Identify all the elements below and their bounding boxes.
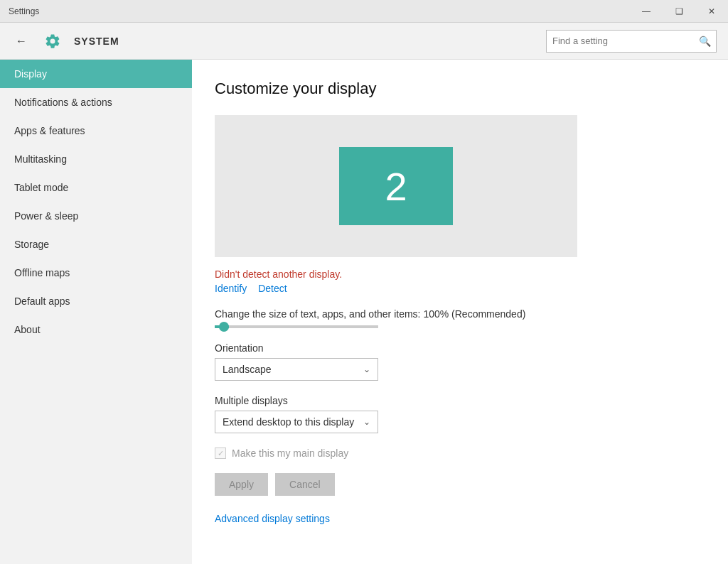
system-gear-icon [43, 31, 63, 51]
titlebar-controls: — ❑ ✕ [630, 0, 728, 23]
identify-button[interactable]: Identify [215, 283, 247, 294]
detect-button[interactable]: Detect [258, 283, 287, 294]
page-title: Customize your display [215, 80, 705, 98]
scale-slider[interactable] [215, 325, 378, 328]
close-button[interactable]: ✕ [695, 0, 728, 23]
monitor-tile: 2 [339, 147, 453, 225]
search-icon[interactable]: 🔍 [693, 30, 716, 53]
search-input[interactable] [547, 36, 693, 46]
sidebar-item-apps-features[interactable]: Apps & features [0, 116, 192, 145]
apply-button[interactable]: Apply [215, 473, 268, 496]
main-display-checkbox-row: ✓ Make this my main display [215, 448, 705, 459]
cancel-button[interactable]: Cancel [275, 473, 335, 496]
sidebar-item-about[interactable]: About [0, 315, 192, 344]
minimize-button[interactable]: — [630, 0, 663, 23]
link-row: Identify Detect [215, 283, 705, 294]
scale-label: Change the size of text, apps, and other… [215, 308, 705, 320]
button-row: Apply Cancel [215, 473, 705, 496]
back-button[interactable]: ← [11, 31, 31, 51]
titlebar-title: Settings [9, 6, 39, 16]
slider-thumb [219, 322, 229, 332]
chevron-down-icon-2: ⌄ [363, 417, 370, 427]
main-display-checkbox[interactable]: ✓ [215, 448, 226, 459]
titlebar: Settings — ❑ ✕ [0, 0, 728, 23]
sidebar-item-display[interactable]: Display [0, 60, 192, 88]
sidebar-item-tablet-mode[interactable]: Tablet mode [0, 173, 192, 202]
multiple-displays-label: Multiple displays [215, 395, 705, 406]
sidebar-item-storage[interactable]: Storage [0, 230, 192, 259]
warning-text: Didn't detect another display. [215, 269, 705, 280]
search-box: 🔍 [546, 30, 717, 53]
advanced-display-settings-link[interactable]: Advanced display settings [215, 513, 330, 524]
chevron-down-icon: ⌄ [363, 364, 370, 374]
orientation-label: Orientation [215, 342, 705, 354]
sidebar: Display Notifications & actions Apps & f… [0, 60, 192, 564]
multiple-displays-dropdown[interactable]: Extend desktop to this display ⌄ [215, 411, 378, 433]
restore-button[interactable]: ❑ [663, 0, 695, 23]
sidebar-item-power-sleep[interactable]: Power & sleep [0, 202, 192, 230]
content-area: Customize your display 2 Didn't detect a… [192, 60, 728, 564]
sidebar-item-notifications[interactable]: Notifications & actions [0, 88, 192, 116]
checkmark-icon: ✓ [218, 449, 224, 458]
main-layout: Display Notifications & actions Apps & f… [0, 60, 728, 564]
sidebar-item-offline-maps[interactable]: Offline maps [0, 259, 192, 287]
sidebar-item-default-apps[interactable]: Default apps [0, 287, 192, 315]
headerbar: ← SYSTEM 🔍 [0, 23, 728, 60]
display-preview: 2 [215, 115, 577, 257]
main-display-label: Make this my main display [232, 448, 348, 459]
system-title: SYSTEM [74, 36, 119, 47]
orientation-dropdown[interactable]: Landscape ⌄ [215, 358, 378, 381]
sidebar-item-multitasking[interactable]: Multitasking [0, 145, 192, 173]
